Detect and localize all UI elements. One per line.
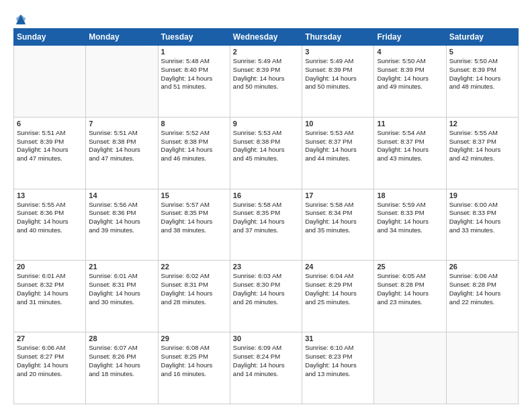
day-number: 3 <box>305 48 371 56</box>
day-number: 25 <box>377 263 443 271</box>
calendar-cell: 6Sunrise: 5:51 AMSunset: 8:39 PMDaylight… <box>14 117 86 189</box>
calendar-cell: 4Sunrise: 5:50 AMSunset: 8:39 PMDaylight… <box>374 46 446 118</box>
calendar-cell: 2Sunrise: 5:49 AMSunset: 8:39 PMDaylight… <box>230 46 302 118</box>
day-number: 14 <box>89 191 154 199</box>
cell-daylight-info: Sunrise: 6:03 AMSunset: 8:30 PMDaylight:… <box>233 272 299 306</box>
day-number: 8 <box>161 120 227 128</box>
calendar-week-row: 13Sunrise: 5:55 AMSunset: 8:36 PMDayligh… <box>14 189 519 261</box>
calendar-cell: 12Sunrise: 5:55 AMSunset: 8:37 PMDayligh… <box>446 117 518 189</box>
day-number: 7 <box>89 120 154 128</box>
calendar-cell: 18Sunrise: 5:59 AMSunset: 8:33 PMDayligh… <box>374 189 446 261</box>
cell-daylight-info: Sunrise: 6:08 AMSunset: 8:25 PMDaylight:… <box>161 344 227 378</box>
calendar-cell: 23Sunrise: 6:03 AMSunset: 8:30 PMDayligh… <box>230 261 302 332</box>
calendar-cell: 27Sunrise: 6:06 AMSunset: 8:27 PMDayligh… <box>14 332 86 404</box>
dow-header: Saturday <box>446 29 518 46</box>
calendar-cell: 9Sunrise: 5:53 AMSunset: 8:38 PMDaylight… <box>230 117 302 189</box>
day-number: 10 <box>305 120 371 128</box>
cell-daylight-info: Sunrise: 6:07 AMSunset: 8:26 PMDaylight:… <box>89 344 154 378</box>
cell-daylight-info: Sunrise: 5:55 AMSunset: 8:36 PMDaylight:… <box>17 201 83 235</box>
cell-daylight-info: Sunrise: 5:50 AMSunset: 8:39 PMDaylight:… <box>449 57 515 91</box>
cell-daylight-info: Sunrise: 6:00 AMSunset: 8:33 PMDaylight:… <box>449 201 515 235</box>
dow-header: Wednesday <box>230 29 302 46</box>
calendar-cell: 7Sunrise: 5:51 AMSunset: 8:38 PMDaylight… <box>86 117 158 189</box>
cell-daylight-info: Sunrise: 5:57 AMSunset: 8:35 PMDaylight:… <box>161 201 227 235</box>
calendar-cell <box>86 46 158 118</box>
dow-header: Monday <box>86 29 158 46</box>
calendar-week-row: 20Sunrise: 6:01 AMSunset: 8:32 PMDayligh… <box>14 261 519 332</box>
day-number: 27 <box>17 334 83 342</box>
page: SundayMondayTuesdayWednesdayThursdayFrid… <box>0 0 532 411</box>
calendar-cell: 8Sunrise: 5:52 AMSunset: 8:38 PMDaylight… <box>158 117 230 189</box>
day-number: 9 <box>233 120 299 128</box>
calendar-cell: 24Sunrise: 6:04 AMSunset: 8:29 PMDayligh… <box>302 261 374 332</box>
logo <box>13 11 27 23</box>
cell-daylight-info: Sunrise: 6:06 AMSunset: 8:27 PMDaylight:… <box>17 344 83 378</box>
calendar-cell <box>374 332 446 404</box>
day-number: 31 <box>305 334 371 342</box>
calendar-cell: 19Sunrise: 6:00 AMSunset: 8:33 PMDayligh… <box>446 189 518 261</box>
calendar-cell: 20Sunrise: 6:01 AMSunset: 8:32 PMDayligh… <box>14 261 86 332</box>
cell-daylight-info: Sunrise: 5:51 AMSunset: 8:38 PMDaylight:… <box>89 129 154 163</box>
dow-header: Sunday <box>14 29 86 46</box>
calendar-cell: 11Sunrise: 5:54 AMSunset: 8:37 PMDayligh… <box>374 117 446 189</box>
cell-daylight-info: Sunrise: 6:09 AMSunset: 8:24 PMDaylight:… <box>233 344 299 378</box>
calendar-cell: 3Sunrise: 5:49 AMSunset: 8:39 PMDaylight… <box>302 46 374 118</box>
calendar-cell: 28Sunrise: 6:07 AMSunset: 8:26 PMDayligh… <box>86 332 158 404</box>
day-number: 20 <box>17 263 83 271</box>
calendar-cell <box>446 332 518 404</box>
cell-daylight-info: Sunrise: 5:48 AMSunset: 8:40 PMDaylight:… <box>161 57 227 91</box>
cell-daylight-info: Sunrise: 5:52 AMSunset: 8:38 PMDaylight:… <box>161 129 227 163</box>
day-number: 23 <box>233 263 299 271</box>
day-number: 28 <box>89 334 154 342</box>
cell-daylight-info: Sunrise: 5:50 AMSunset: 8:39 PMDaylight:… <box>377 57 443 91</box>
cell-daylight-info: Sunrise: 6:10 AMSunset: 8:23 PMDaylight:… <box>305 344 371 378</box>
calendar-cell: 26Sunrise: 6:06 AMSunset: 8:28 PMDayligh… <box>446 261 518 332</box>
day-number: 21 <box>89 263 154 271</box>
calendar-cell: 16Sunrise: 5:58 AMSunset: 8:35 PMDayligh… <box>230 189 302 261</box>
cell-daylight-info: Sunrise: 5:58 AMSunset: 8:34 PMDaylight:… <box>305 201 371 235</box>
day-number: 6 <box>17 120 83 128</box>
cell-daylight-info: Sunrise: 5:54 AMSunset: 8:37 PMDaylight:… <box>377 129 443 163</box>
calendar-cell: 30Sunrise: 6:09 AMSunset: 8:24 PMDayligh… <box>230 332 302 404</box>
cell-daylight-info: Sunrise: 5:55 AMSunset: 8:37 PMDaylight:… <box>449 129 515 163</box>
day-number: 30 <box>233 334 299 342</box>
cell-daylight-info: Sunrise: 5:58 AMSunset: 8:35 PMDaylight:… <box>233 201 299 235</box>
day-number: 15 <box>161 191 227 199</box>
calendar-week-row: 1Sunrise: 5:48 AMSunset: 8:40 PMDaylight… <box>14 46 519 118</box>
calendar-cell: 22Sunrise: 6:02 AMSunset: 8:31 PMDayligh… <box>158 261 230 332</box>
calendar-cell: 15Sunrise: 5:57 AMSunset: 8:35 PMDayligh… <box>158 189 230 261</box>
calendar-cell: 31Sunrise: 6:10 AMSunset: 8:23 PMDayligh… <box>302 332 374 404</box>
calendar-week-row: 6Sunrise: 5:51 AMSunset: 8:39 PMDaylight… <box>14 117 519 189</box>
cell-daylight-info: Sunrise: 6:05 AMSunset: 8:28 PMDaylight:… <box>377 272 443 306</box>
calendar-cell: 21Sunrise: 6:01 AMSunset: 8:31 PMDayligh… <box>86 261 158 332</box>
calendar-cell: 5Sunrise: 5:50 AMSunset: 8:39 PMDaylight… <box>446 46 518 118</box>
calendar-cell: 13Sunrise: 5:55 AMSunset: 8:36 PMDayligh… <box>14 189 86 261</box>
dow-header: Tuesday <box>158 29 230 46</box>
calendar-cell: 14Sunrise: 5:56 AMSunset: 8:36 PMDayligh… <box>86 189 158 261</box>
cell-daylight-info: Sunrise: 6:02 AMSunset: 8:31 PMDaylight:… <box>161 272 227 306</box>
calendar-cell: 1Sunrise: 5:48 AMSunset: 8:40 PMDaylight… <box>158 46 230 118</box>
day-number: 13 <box>17 191 83 199</box>
day-number: 16 <box>233 191 299 199</box>
cell-daylight-info: Sunrise: 5:53 AMSunset: 8:38 PMDaylight:… <box>233 129 299 163</box>
day-number: 4 <box>377 48 443 56</box>
cell-daylight-info: Sunrise: 5:53 AMSunset: 8:37 PMDaylight:… <box>305 129 371 163</box>
day-number: 19 <box>449 191 515 199</box>
day-number: 26 <box>449 263 515 271</box>
calendar-cell: 10Sunrise: 5:53 AMSunset: 8:37 PMDayligh… <box>302 117 374 189</box>
cell-daylight-info: Sunrise: 5:56 AMSunset: 8:36 PMDaylight:… <box>89 201 154 235</box>
calendar-body: 1Sunrise: 5:48 AMSunset: 8:40 PMDaylight… <box>14 46 519 404</box>
calendar-cell: 25Sunrise: 6:05 AMSunset: 8:28 PMDayligh… <box>374 261 446 332</box>
cell-daylight-info: Sunrise: 5:59 AMSunset: 8:33 PMDaylight:… <box>377 201 443 235</box>
day-number: 24 <box>305 263 371 271</box>
header <box>13 11 519 23</box>
cell-daylight-info: Sunrise: 6:01 AMSunset: 8:32 PMDaylight:… <box>17 272 83 306</box>
cell-daylight-info: Sunrise: 5:51 AMSunset: 8:39 PMDaylight:… <box>17 129 83 163</box>
day-number: 11 <box>377 120 443 128</box>
cell-daylight-info: Sunrise: 6:01 AMSunset: 8:31 PMDaylight:… <box>89 272 154 306</box>
cell-daylight-info: Sunrise: 6:06 AMSunset: 8:28 PMDaylight:… <box>449 272 515 306</box>
day-number: 22 <box>161 263 227 271</box>
dow-header: Thursday <box>302 29 374 46</box>
day-number: 17 <box>305 191 371 199</box>
day-number: 1 <box>161 48 227 56</box>
